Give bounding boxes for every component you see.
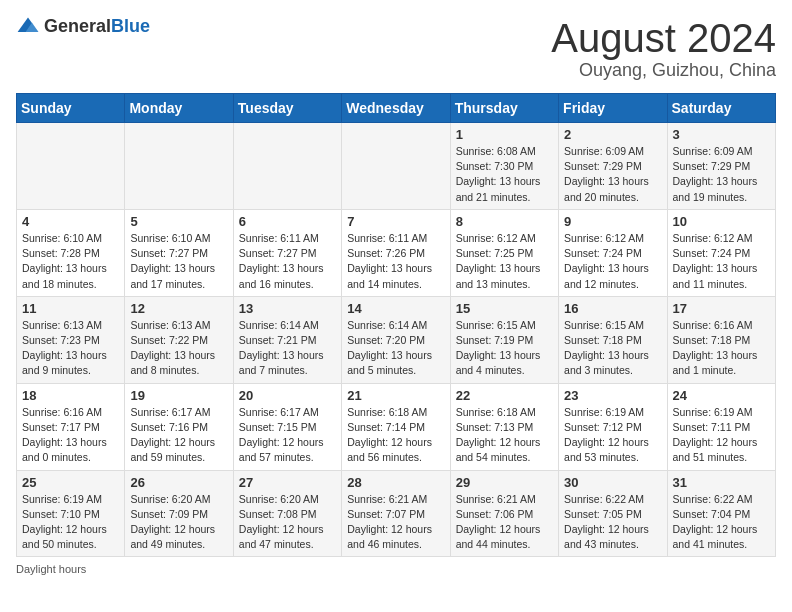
day-info: Sunrise: 6:16 AMSunset: 7:17 PMDaylight:…: [22, 405, 119, 466]
day-info: Sunrise: 6:19 AMSunset: 7:12 PMDaylight:…: [564, 405, 661, 466]
day-number: 15: [456, 301, 553, 316]
calendar-cell: 11Sunrise: 6:13 AMSunset: 7:23 PMDayligh…: [17, 296, 125, 383]
logo-blue: Blue: [111, 16, 150, 36]
calendar-cell: 23Sunrise: 6:19 AMSunset: 7:12 PMDayligh…: [559, 383, 667, 470]
day-info: Sunrise: 6:15 AMSunset: 7:19 PMDaylight:…: [456, 318, 553, 379]
day-header-monday: Monday: [125, 94, 233, 123]
header: GeneralBlue August 2024 Ouyang, Guizhou,…: [16, 16, 776, 81]
day-number: 1: [456, 127, 553, 142]
calendar-cell: 30Sunrise: 6:22 AMSunset: 7:05 PMDayligh…: [559, 470, 667, 557]
day-number: 14: [347, 301, 444, 316]
day-info: Sunrise: 6:10 AMSunset: 7:27 PMDaylight:…: [130, 231, 227, 292]
day-number: 21: [347, 388, 444, 403]
calendar-cell: 14Sunrise: 6:14 AMSunset: 7:20 PMDayligh…: [342, 296, 450, 383]
day-number: 30: [564, 475, 661, 490]
logo-general: General: [44, 16, 111, 36]
calendar-cell: 16Sunrise: 6:15 AMSunset: 7:18 PMDayligh…: [559, 296, 667, 383]
day-info: Sunrise: 6:22 AMSunset: 7:04 PMDaylight:…: [673, 492, 770, 553]
calendar-cell: 18Sunrise: 6:16 AMSunset: 7:17 PMDayligh…: [17, 383, 125, 470]
logo-icon: [16, 16, 40, 36]
day-number: 3: [673, 127, 770, 142]
calendar-cell: 15Sunrise: 6:15 AMSunset: 7:19 PMDayligh…: [450, 296, 558, 383]
day-number: 25: [22, 475, 119, 490]
day-number: 16: [564, 301, 661, 316]
day-number: 31: [673, 475, 770, 490]
day-number: 6: [239, 214, 336, 229]
day-header-tuesday: Tuesday: [233, 94, 341, 123]
calendar-cell: 21Sunrise: 6:18 AMSunset: 7:14 PMDayligh…: [342, 383, 450, 470]
calendar-cell: 6Sunrise: 6:11 AMSunset: 7:27 PMDaylight…: [233, 209, 341, 296]
day-number: 18: [22, 388, 119, 403]
day-number: 12: [130, 301, 227, 316]
day-header-saturday: Saturday: [667, 94, 775, 123]
calendar-cell: 7Sunrise: 6:11 AMSunset: 7:26 PMDaylight…: [342, 209, 450, 296]
day-number: 9: [564, 214, 661, 229]
day-info: Sunrise: 6:11 AMSunset: 7:26 PMDaylight:…: [347, 231, 444, 292]
day-number: 7: [347, 214, 444, 229]
week-row-1: 1Sunrise: 6:08 AMSunset: 7:30 PMDaylight…: [17, 123, 776, 210]
week-row-4: 18Sunrise: 6:16 AMSunset: 7:17 PMDayligh…: [17, 383, 776, 470]
logo: GeneralBlue: [16, 16, 150, 36]
calendar-table: SundayMondayTuesdayWednesdayThursdayFrid…: [16, 93, 776, 557]
day-info: Sunrise: 6:17 AMSunset: 7:15 PMDaylight:…: [239, 405, 336, 466]
location-title: Ouyang, Guizhou, China: [551, 60, 776, 81]
footer-note: Daylight hours: [16, 563, 776, 575]
week-row-5: 25Sunrise: 6:19 AMSunset: 7:10 PMDayligh…: [17, 470, 776, 557]
title-area: August 2024 Ouyang, Guizhou, China: [551, 16, 776, 81]
day-info: Sunrise: 6:17 AMSunset: 7:16 PMDaylight:…: [130, 405, 227, 466]
day-info: Sunrise: 6:18 AMSunset: 7:13 PMDaylight:…: [456, 405, 553, 466]
day-number: 8: [456, 214, 553, 229]
calendar-cell: 29Sunrise: 6:21 AMSunset: 7:06 PMDayligh…: [450, 470, 558, 557]
calendar-cell: 22Sunrise: 6:18 AMSunset: 7:13 PMDayligh…: [450, 383, 558, 470]
calendar-cell: 25Sunrise: 6:19 AMSunset: 7:10 PMDayligh…: [17, 470, 125, 557]
day-number: 27: [239, 475, 336, 490]
calendar-cell: 10Sunrise: 6:12 AMSunset: 7:24 PMDayligh…: [667, 209, 775, 296]
day-info: Sunrise: 6:19 AMSunset: 7:11 PMDaylight:…: [673, 405, 770, 466]
day-info: Sunrise: 6:21 AMSunset: 7:06 PMDaylight:…: [456, 492, 553, 553]
calendar-cell: 31Sunrise: 6:22 AMSunset: 7:04 PMDayligh…: [667, 470, 775, 557]
day-info: Sunrise: 6:12 AMSunset: 7:24 PMDaylight:…: [564, 231, 661, 292]
week-row-3: 11Sunrise: 6:13 AMSunset: 7:23 PMDayligh…: [17, 296, 776, 383]
day-header-wednesday: Wednesday: [342, 94, 450, 123]
day-info: Sunrise: 6:12 AMSunset: 7:24 PMDaylight:…: [673, 231, 770, 292]
calendar-cell: [342, 123, 450, 210]
calendar-cell: 19Sunrise: 6:17 AMSunset: 7:16 PMDayligh…: [125, 383, 233, 470]
day-number: 20: [239, 388, 336, 403]
day-info: Sunrise: 6:11 AMSunset: 7:27 PMDaylight:…: [239, 231, 336, 292]
day-header-friday: Friday: [559, 94, 667, 123]
calendar-cell: 8Sunrise: 6:12 AMSunset: 7:25 PMDaylight…: [450, 209, 558, 296]
day-number: 11: [22, 301, 119, 316]
month-title: August 2024: [551, 16, 776, 60]
calendar-cell: 28Sunrise: 6:21 AMSunset: 7:07 PMDayligh…: [342, 470, 450, 557]
day-info: Sunrise: 6:20 AMSunset: 7:09 PMDaylight:…: [130, 492, 227, 553]
day-number: 23: [564, 388, 661, 403]
day-number: 4: [22, 214, 119, 229]
day-number: 26: [130, 475, 227, 490]
calendar-cell: [125, 123, 233, 210]
calendar-cell: 20Sunrise: 6:17 AMSunset: 7:15 PMDayligh…: [233, 383, 341, 470]
calendar-cell: 12Sunrise: 6:13 AMSunset: 7:22 PMDayligh…: [125, 296, 233, 383]
day-header-thursday: Thursday: [450, 94, 558, 123]
calendar-cell: 5Sunrise: 6:10 AMSunset: 7:27 PMDaylight…: [125, 209, 233, 296]
calendar-cell: [233, 123, 341, 210]
calendar-cell: [17, 123, 125, 210]
day-number: 24: [673, 388, 770, 403]
day-info: Sunrise: 6:13 AMSunset: 7:23 PMDaylight:…: [22, 318, 119, 379]
calendar-cell: 9Sunrise: 6:12 AMSunset: 7:24 PMDaylight…: [559, 209, 667, 296]
day-info: Sunrise: 6:14 AMSunset: 7:21 PMDaylight:…: [239, 318, 336, 379]
day-info: Sunrise: 6:19 AMSunset: 7:10 PMDaylight:…: [22, 492, 119, 553]
header-row: SundayMondayTuesdayWednesdayThursdayFrid…: [17, 94, 776, 123]
day-number: 28: [347, 475, 444, 490]
calendar-cell: 13Sunrise: 6:14 AMSunset: 7:21 PMDayligh…: [233, 296, 341, 383]
day-info: Sunrise: 6:09 AMSunset: 7:29 PMDaylight:…: [564, 144, 661, 205]
calendar-cell: 27Sunrise: 6:20 AMSunset: 7:08 PMDayligh…: [233, 470, 341, 557]
calendar-cell: 4Sunrise: 6:10 AMSunset: 7:28 PMDaylight…: [17, 209, 125, 296]
day-number: 5: [130, 214, 227, 229]
calendar-cell: 17Sunrise: 6:16 AMSunset: 7:18 PMDayligh…: [667, 296, 775, 383]
day-number: 13: [239, 301, 336, 316]
day-info: Sunrise: 6:20 AMSunset: 7:08 PMDaylight:…: [239, 492, 336, 553]
day-info: Sunrise: 6:14 AMSunset: 7:20 PMDaylight:…: [347, 318, 444, 379]
day-info: Sunrise: 6:08 AMSunset: 7:30 PMDaylight:…: [456, 144, 553, 205]
day-number: 17: [673, 301, 770, 316]
day-info: Sunrise: 6:15 AMSunset: 7:18 PMDaylight:…: [564, 318, 661, 379]
